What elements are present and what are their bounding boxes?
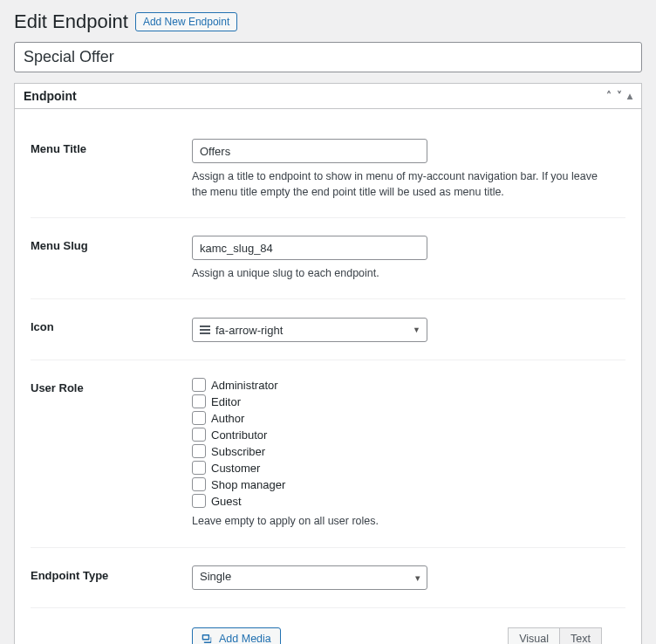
user-role-option-label: Customer — [211, 462, 260, 475]
user-role-option[interactable]: Customer — [192, 461, 625, 475]
move-up-icon[interactable]: ˄ — [606, 90, 612, 102]
user-role-option-label: Contributor — [211, 428, 267, 442]
endpoint-postbox: Endpoint ˄ ˅ ▴ Menu Title Assign a title… — [14, 83, 642, 644]
bars-icon — [200, 325, 210, 334]
endpoint-type-select[interactable]: Single — [192, 565, 427, 590]
user-role-option-label: Author — [211, 412, 244, 425]
icon-row: Icon fa-arrow-right — [31, 299, 625, 360]
menu-slug-input[interactable] — [192, 236, 427, 260]
collapse-icon[interactable]: ▴ — [627, 90, 632, 102]
user-role-checkbox[interactable] — [192, 444, 206, 458]
endpoint-type-value: Single — [200, 570, 231, 583]
menu-slug-label: Menu Slug — [31, 236, 192, 252]
postbox-title: Endpoint — [24, 89, 77, 103]
menu-slug-description: Assign a unique slug to each endpoint. — [192, 265, 602, 281]
icon-select[interactable]: fa-arrow-right — [192, 318, 427, 342]
user-role-option-label: Guest — [211, 495, 242, 508]
user-role-option[interactable]: Guest — [192, 494, 625, 508]
user-role-option[interactable]: Administrator — [192, 378, 625, 392]
media-icon — [202, 633, 214, 645]
menu-title-row: Menu Title Assign a title to endpoint to… — [31, 121, 625, 218]
user-role-option-label: Administrator — [211, 379, 278, 392]
editor: Add Media Visual Text Paragraph — [192, 627, 602, 645]
add-media-button[interactable]: Add Media — [192, 627, 281, 645]
tab-visual[interactable]: Visual — [508, 627, 560, 645]
user-role-description: Leave empty to apply on all user roles. — [192, 513, 602, 529]
user-role-label: User Role — [31, 378, 192, 394]
user-role-checkbox[interactable] — [192, 378, 206, 392]
user-role-option-label: Shop manager — [211, 478, 285, 491]
user-role-checkbox[interactable] — [192, 411, 206, 425]
user-role-checkbox[interactable] — [192, 494, 206, 508]
endpoint-title-input[interactable] — [14, 42, 642, 72]
icon-select-value: fa-arrow-right — [215, 324, 283, 337]
user-role-option[interactable]: Author — [192, 411, 625, 425]
endpoint-type-label: Endpoint Type — [31, 565, 192, 582]
tab-text[interactable]: Text — [559, 627, 602, 645]
user-role-row: User Role AdministratorEditorAuthorContr… — [31, 360, 625, 547]
icon-label: Icon — [31, 317, 192, 333]
user-role-option[interactable]: Shop manager — [192, 477, 625, 491]
add-new-endpoint-button[interactable]: Add New Endpoint — [135, 12, 237, 31]
page-title: Edit Endpoint — [14, 10, 128, 33]
menu-title-label: Menu Title — [31, 139, 192, 155]
user-role-checkbox[interactable] — [192, 461, 206, 475]
add-media-label: Add Media — [219, 633, 271, 645]
user-role-option-label: Editor — [211, 395, 241, 408]
user-role-checkbox[interactable] — [192, 394, 206, 408]
custom-content-row: Custom Content Add Media Visual Text — [31, 608, 625, 645]
menu-slug-row: Menu Slug Assign a unique slug to each e… — [31, 218, 625, 299]
user-role-checkbox[interactable] — [192, 428, 206, 442]
custom-content-label: Custom Content — [31, 626, 192, 645]
move-down-icon[interactable]: ˅ — [617, 90, 622, 102]
user-role-option-label: Subscriber — [211, 445, 265, 458]
user-role-option[interactable]: Editor — [192, 394, 625, 408]
menu-title-description: Assign a title to endpoint to show in me… — [192, 168, 602, 200]
endpoint-type-row: Endpoint Type Single — [31, 548, 625, 608]
user-role-checkbox[interactable] — [192, 477, 206, 491]
menu-title-input[interactable] — [192, 139, 427, 163]
user-role-option[interactable]: Subscriber — [192, 444, 625, 458]
user-role-option[interactable]: Contributor — [192, 428, 625, 442]
